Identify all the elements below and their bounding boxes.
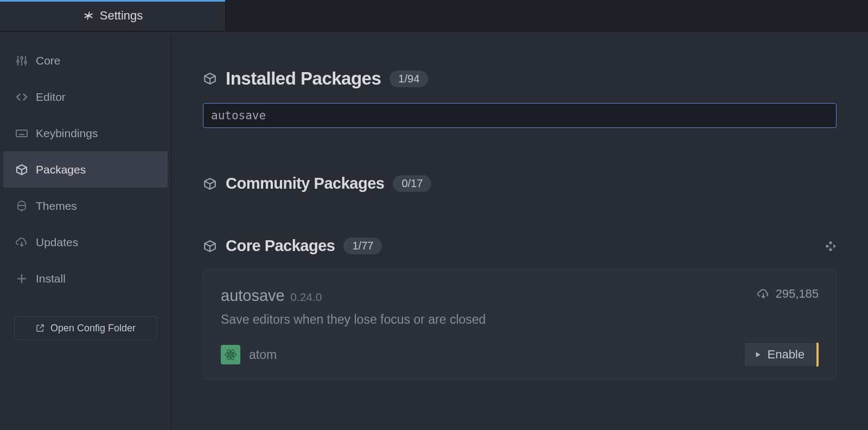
svg-point-1	[230, 354, 232, 356]
package-download-count: 295,185	[757, 287, 819, 301]
community-packages-header: Community Packages 0/17	[203, 175, 837, 192]
package-name: autosave	[221, 287, 285, 304]
package-author[interactable]: atom	[221, 345, 277, 364]
sidebar-item-updates[interactable]: Updates	[3, 224, 168, 260]
atom-icon	[224, 348, 237, 361]
sidebar-item-keybindings[interactable]: Keybindings	[3, 115, 168, 151]
code-icon	[15, 91, 28, 104]
sidebar-item-install[interactable]: Install	[3, 260, 168, 297]
external-link-icon	[35, 323, 45, 333]
open-config-folder-button[interactable]: Open Config Folder	[14, 316, 157, 340]
community-title: Community Packages	[226, 175, 384, 192]
enable-label: Enable	[767, 348, 805, 362]
sidebar-item-label: Keybindings	[36, 127, 98, 140]
author-avatar	[221, 345, 240, 364]
settings-sidebar: Core Editor Keybindings	[0, 31, 171, 430]
svg-rect-0	[16, 130, 27, 137]
installed-count-badge: 1/94	[390, 70, 428, 87]
package-filter-input[interactable]	[203, 103, 837, 128]
tab-settings[interactable]: Settings	[0, 0, 226, 31]
keyboard-icon	[15, 127, 28, 140]
installed-packages-header: Installed Packages 1/94	[203, 68, 837, 89]
community-count-badge: 0/17	[393, 175, 431, 192]
enable-button[interactable]: Enable	[744, 342, 819, 367]
sidebar-item-editor[interactable]: Editor	[3, 79, 168, 115]
core-packages-header: Core Packages 1/77	[203, 237, 837, 255]
package-description: Save editors when they lose focus or are…	[221, 312, 819, 327]
sidebar-item-label: Packages	[36, 163, 86, 176]
package-header: autosave 0.24.0 295,185	[221, 287, 819, 305]
sidebar-item-label: Updates	[36, 236, 78, 249]
collapse-icon[interactable]	[825, 240, 837, 252]
cloud-download-icon	[757, 287, 770, 300]
plus-icon	[15, 272, 28, 285]
package-card-autosave[interactable]: autosave 0.24.0 295,185 Save editors whe…	[203, 269, 837, 380]
play-icon	[754, 351, 762, 358]
sidebar-item-themes[interactable]: Themes	[3, 188, 168, 224]
package-footer: atom Enable	[221, 342, 819, 367]
sidebar-item-label: Editor	[36, 91, 66, 104]
package-icon	[203, 177, 217, 191]
tab-label: Settings	[100, 9, 143, 23]
installed-title: Installed Packages	[226, 68, 381, 89]
core-title: Core Packages	[226, 237, 335, 255]
sidebar-item-label: Core	[36, 54, 61, 67]
package-icon	[15, 163, 28, 176]
package-icon	[203, 239, 217, 253]
sidebar-item-core[interactable]: Core	[3, 42, 168, 79]
package-title: autosave 0.24.0	[221, 287, 322, 305]
packages-panel: Installed Packages 1/94 Community Packag…	[171, 31, 868, 430]
sliders-icon	[15, 54, 28, 67]
settings-icon	[82, 10, 94, 22]
package-version: 0.24.0	[290, 291, 322, 303]
paint-bucket-icon	[15, 200, 28, 213]
cloud-download-icon	[15, 236, 28, 249]
core-count-badge: 1/77	[343, 238, 382, 254]
tab-strip: Settings	[0, 0, 868, 31]
sidebar-item-label: Install	[36, 272, 66, 285]
sidebar-item-label: Themes	[36, 200, 77, 213]
download-count-value: 295,185	[775, 287, 819, 301]
sidebar-item-packages[interactable]: Packages	[3, 151, 168, 188]
author-name: atom	[249, 348, 277, 362]
open-config-label: Open Config Folder	[50, 323, 136, 334]
package-icon	[203, 72, 217, 86]
sidebar-list: Core Editor Keybindings	[0, 42, 171, 297]
